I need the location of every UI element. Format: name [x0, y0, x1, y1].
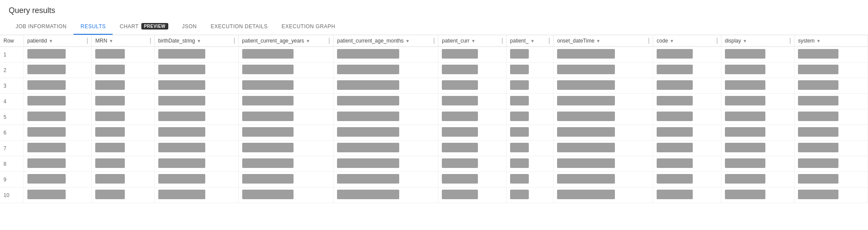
tab-chart[interactable]: CHART PREVIEW: [113, 19, 175, 35]
tab-execution-details[interactable]: EXECUTION DETAILS: [204, 19, 275, 35]
resize-age-years[interactable]: [328, 38, 330, 44]
cell-birthDate_string: [154, 109, 238, 125]
cell-patient_curr: [438, 125, 507, 141]
cell-mrn: [92, 47, 155, 62]
cell-patientid: [23, 47, 92, 62]
sort-icon-onset: ▼: [596, 39, 601, 43]
resize-display[interactable]: [789, 38, 791, 44]
cell-system: [795, 125, 868, 141]
resize-age-months[interactable]: [433, 38, 434, 44]
cell-system: [795, 78, 868, 94]
resize-onset[interactable]: [648, 38, 649, 44]
resize-code[interactable]: [716, 38, 718, 44]
tab-results[interactable]: RESULTS: [73, 19, 113, 35]
cell-code: [653, 125, 721, 141]
table-row: 6: [0, 125, 868, 141]
cell-patient: [506, 109, 553, 125]
row-number: 8: [0, 156, 23, 172]
cell-birthDate_string: [154, 47, 238, 62]
col-header-display[interactable]: display ▼: [721, 35, 795, 47]
cell-patientid: [23, 172, 92, 187]
cell-patient_current_age_years: [238, 141, 334, 156]
col-header-patient-curr[interactable]: patient_curr ▼: [438, 35, 507, 47]
col-header-code[interactable]: code ▼: [653, 35, 721, 47]
cell-onset_dateTime: [554, 78, 653, 94]
cell-mrn: [92, 156, 155, 172]
cell-mrn: [92, 187, 155, 203]
cell-system: [795, 156, 868, 172]
cell-mrn: [92, 62, 155, 78]
col-header-system[interactable]: system ▼: [795, 35, 868, 47]
sort-icon-age-months: ▼: [405, 39, 410, 43]
cell-patient: [506, 47, 553, 62]
cell-patient: [506, 156, 553, 172]
cell-display: [721, 125, 795, 141]
row-number: 3: [0, 78, 23, 94]
cell-code: [653, 187, 721, 203]
cell-code: [653, 172, 721, 187]
cell-patient_curr: [438, 109, 507, 125]
row-number: 7: [0, 141, 23, 156]
cell-patient: [506, 94, 553, 109]
cell-system: [795, 141, 868, 156]
row-number: 10: [0, 187, 23, 203]
col-header-mrn[interactable]: MRN ▼: [92, 35, 155, 47]
cell-display: [721, 47, 795, 62]
col-header-age-months[interactable]: patient_current_age_months ▼: [334, 35, 438, 47]
row-number: 9: [0, 172, 23, 187]
resize-patient-curr[interactable]: [501, 38, 503, 44]
col-header-patient[interactable]: patient_ ▼: [506, 35, 553, 47]
tab-json[interactable]: JSON: [175, 19, 204, 35]
cell-patient_curr: [438, 172, 507, 187]
cell-birthDate_string: [154, 172, 238, 187]
resize-birthdate[interactable]: [233, 38, 235, 44]
cell-birthDate_string: [154, 94, 238, 109]
sort-icon-mrn: ▼: [109, 39, 114, 43]
col-header-onset[interactable]: onset_dateTime ▼: [554, 35, 653, 47]
cell-patient_curr: [438, 141, 507, 156]
table-row: 3: [0, 78, 868, 94]
cell-mrn: [92, 141, 155, 156]
cell-mrn: [92, 172, 155, 187]
cell-patientid: [23, 187, 92, 203]
cell-patient_current_age_months: [334, 62, 438, 78]
cell-mrn: [92, 109, 155, 125]
cell-patient_current_age_years: [238, 109, 334, 125]
table-body: 12345678910: [0, 47, 868, 203]
row-number: 4: [0, 94, 23, 109]
tab-chart-label: CHART: [120, 23, 139, 30]
col-header-patientid[interactable]: patientid ▼: [23, 35, 92, 47]
tab-bar: JOB INFORMATION RESULTS CHART PREVIEW JS…: [0, 19, 868, 35]
cell-display: [721, 62, 795, 78]
cell-display: [721, 109, 795, 125]
cell-display: [721, 156, 795, 172]
cell-system: [795, 187, 868, 203]
cell-patientid: [23, 156, 92, 172]
tab-execution-graph[interactable]: EXECUTION GRAPH: [274, 19, 342, 35]
row-number: 5: [0, 109, 23, 125]
resize-patient[interactable]: [548, 38, 550, 44]
col-header-age-years[interactable]: patient_current_age_years ▼: [238, 35, 334, 47]
cell-code: [653, 78, 721, 94]
col-header-birthdate[interactable]: birthDate_string ▼: [154, 35, 238, 47]
cell-patient_current_age_months: [334, 172, 438, 187]
cell-system: [795, 47, 868, 62]
cell-patient_current_age_months: [334, 47, 438, 62]
cell-onset_dateTime: [554, 47, 653, 62]
page-title: Query results: [0, 0, 868, 19]
sort-icon-system: ▼: [816, 39, 821, 43]
resize-patientid[interactable]: [86, 38, 88, 44]
table-row: 2: [0, 62, 868, 78]
cell-patient_curr: [438, 47, 507, 62]
resize-mrn[interactable]: [149, 38, 151, 44]
sort-icon-patient-curr: ▼: [471, 39, 476, 43]
results-table: Row patientid ▼ MRN ▼: [0, 35, 868, 203]
cell-code: [653, 109, 721, 125]
cell-birthDate_string: [154, 78, 238, 94]
cell-onset_dateTime: [554, 156, 653, 172]
cell-patient_current_age_months: [334, 141, 438, 156]
cell-patientid: [23, 141, 92, 156]
cell-display: [721, 141, 795, 156]
tab-job-information[interactable]: JOB INFORMATION: [9, 19, 73, 35]
cell-patient_curr: [438, 156, 507, 172]
